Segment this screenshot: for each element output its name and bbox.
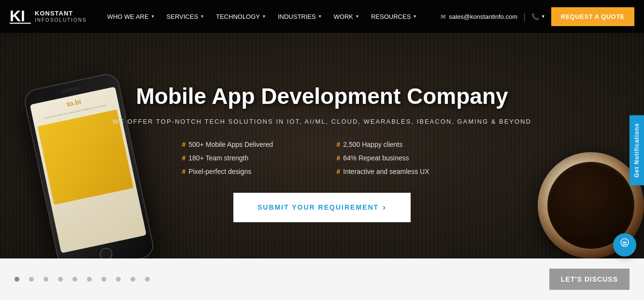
- stat-item: # Interactive and seamless UX: [337, 168, 462, 175]
- phone-contact[interactable]: 📞 ▼: [531, 13, 545, 20]
- site-header: KI KONSTANT INFOSOLUTIONS WHO WE ARE ▼ S…: [0, 0, 644, 33]
- carousel-dots: [14, 277, 549, 282]
- arrow-right-icon: ›: [383, 202, 386, 213]
- carousel-dot[interactable]: [43, 277, 48, 282]
- stat-item: # Pixel-perfect designs: [182, 168, 308, 175]
- nav-work[interactable]: WORK ▼: [328, 9, 365, 24]
- logo-brand: KONSTANT: [35, 10, 87, 17]
- svg-text:KI: KI: [10, 8, 25, 25]
- phone-icon: 📞: [531, 13, 539, 20]
- email-address: sales@konstantinfo.com: [449, 13, 517, 20]
- submit-button-label: SUBMIT YOUR REQUIREMENT: [258, 203, 379, 211]
- chevron-down-icon: ▼: [355, 14, 359, 19]
- carousel-dot[interactable]: [145, 277, 150, 282]
- header-right: ✉ sales@konstantinfo.com | 📞 ▼ REQUEST A…: [441, 7, 634, 26]
- logo-icon: KI: [10, 8, 31, 25]
- carousel-dot[interactable]: [87, 277, 92, 282]
- stat-item: # 2,500 Happy clients: [337, 141, 462, 148]
- carousel-dot[interactable]: [116, 277, 121, 282]
- stat-item: # 500+ Mobile Apps Delivered: [182, 141, 308, 148]
- logo-text: KONSTANT INFOSOLUTIONS: [35, 10, 87, 23]
- nav-industries[interactable]: INDUSTRIES ▼: [272, 9, 328, 24]
- nav-services[interactable]: SERVICES ▼: [161, 9, 210, 24]
- nav-resources[interactable]: RESOURCES ▼: [365, 9, 423, 24]
- chat-icon: [619, 238, 630, 252]
- carousel-dot[interactable]: [29, 277, 34, 282]
- stat-item: # 64% Repeat business: [337, 154, 462, 162]
- notification-tab[interactable]: Get Notifications: [630, 115, 644, 185]
- hero-title: Mobile App Development Company: [113, 84, 531, 109]
- chevron-down-icon: ▼: [200, 14, 204, 19]
- logo-tagline: INFOSOLUTIONS: [35, 17, 87, 23]
- chevron-down-icon: ▼: [413, 14, 417, 19]
- svg-point-4: [623, 242, 624, 243]
- submit-requirement-button[interactable]: SUBMIT YOUR REQUIREMENT ›: [233, 193, 411, 222]
- carousel-dot[interactable]: [130, 277, 135, 282]
- carousel-dot[interactable]: [72, 277, 77, 282]
- divider: |: [523, 12, 526, 22]
- chevron-down-icon: ▼: [151, 14, 155, 19]
- nav-who-we-are[interactable]: WHO WE ARE ▼: [101, 9, 161, 24]
- hero-subtitle: WE OFFER TOP-NOTCH TECH SOLUTIONS IN IOT…: [113, 118, 531, 125]
- lets-discuss-button[interactable]: LET'S DISCUSS: [549, 269, 630, 290]
- notification-tab-label: Get Notifications: [633, 123, 640, 177]
- email-icon: ✉: [441, 13, 446, 20]
- stat-item: # 180+ Team strength: [182, 154, 308, 162]
- svg-point-5: [624, 242, 625, 243]
- carousel-dot[interactable]: [14, 277, 19, 282]
- nav-technology[interactable]: TECHNOLOGY ▼: [210, 9, 272, 24]
- bottom-bar: LET'S DISCUSS: [0, 258, 644, 300]
- main-nav: WHO WE ARE ▼ SERVICES ▼ TECHNOLOGY ▼ IND…: [101, 9, 441, 24]
- hero-stats: # 500+ Mobile Apps Delivered # 2,500 Hap…: [182, 141, 462, 175]
- chevron-down-icon: ▼: [262, 14, 266, 19]
- email-contact[interactable]: ✉ sales@konstantinfo.com: [441, 13, 517, 20]
- request-quote-button[interactable]: REQUEST A QUOTE: [551, 7, 634, 26]
- chat-widget[interactable]: [613, 233, 636, 257]
- logo[interactable]: KI KONSTANT INFOSOLUTIONS: [10, 8, 87, 25]
- svg-point-6: [626, 242, 627, 243]
- phone-dropdown-icon: ▼: [541, 14, 545, 19]
- chevron-down-icon: ▼: [318, 14, 322, 19]
- hero-section: to.bi Lorem ipsum dolor sit a consectetu…: [0, 33, 644, 258]
- carousel-dot[interactable]: [101, 277, 106, 282]
- carousel-dot[interactable]: [58, 277, 63, 282]
- hero-content: Mobile App Development Company WE OFFER …: [113, 69, 531, 222]
